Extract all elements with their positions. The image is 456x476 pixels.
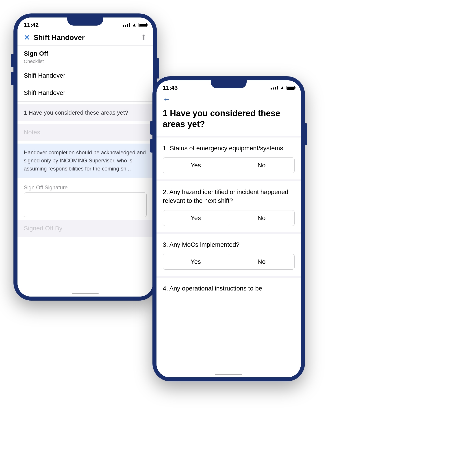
volume-down-button-2[interactable] bbox=[150, 139, 152, 153]
question-text-4: 4. Any operational instructions to be bbox=[163, 284, 295, 293]
status-icons-1: ▲ bbox=[123, 22, 147, 28]
battery-icon-1 bbox=[139, 23, 147, 27]
notes-field[interactable]: Notes bbox=[17, 124, 153, 141]
no-button-2[interactable]: No bbox=[229, 210, 295, 226]
checklist-sublabel: Checklist bbox=[17, 59, 153, 67]
notch-1 bbox=[67, 17, 103, 26]
volume-down-button[interactable] bbox=[11, 72, 13, 85]
bar3-p2 bbox=[275, 87, 276, 90]
list-item-2[interactable]: Shift Handover bbox=[17, 84, 153, 102]
battery-fill-1 bbox=[140, 24, 146, 26]
bar2-p2 bbox=[273, 87, 274, 90]
battery-fill-2 bbox=[287, 87, 294, 89]
signal-icon-1 bbox=[123, 23, 130, 27]
divider-2 bbox=[157, 232, 301, 234]
close-button[interactable]: ✕ bbox=[24, 34, 30, 41]
bar4-p2 bbox=[277, 86, 278, 90]
back-button[interactable]: ← bbox=[163, 94, 171, 104]
power-button[interactable] bbox=[157, 58, 159, 78]
phone-1-screen: 11:42 ▲ ✕ Shift Handover bbox=[17, 17, 153, 297]
signal-icon-2 bbox=[271, 86, 278, 90]
home-indicator-2 bbox=[215, 374, 242, 375]
no-button-3[interactable]: No bbox=[229, 254, 295, 270]
home-indicator-1 bbox=[72, 293, 99, 294]
phone-2-screen: 11:43 ▲ ← 1 Have you considered bbox=[157, 80, 301, 377]
yes-button-1[interactable]: Yes bbox=[163, 157, 229, 173]
yn-row-3: Yes No bbox=[163, 254, 295, 270]
phone-1: 11:42 ▲ ✕ Shift Handover bbox=[13, 13, 157, 301]
bar2 bbox=[125, 25, 126, 27]
phone-1-content: ✕ Shift Handover ⬆ Sign Off Checklist Sh… bbox=[17, 29, 153, 297]
phone-2-content: ← 1 Have you considered these areas yet?… bbox=[157, 92, 301, 377]
wifi-icon-1: ▲ bbox=[132, 22, 137, 28]
question-text-1: 1. Status of emergency equipment/systems bbox=[163, 144, 295, 153]
p2-page-title: 1 Have you considered these areas yet? bbox=[157, 105, 301, 136]
status-icons-2: ▲ bbox=[271, 85, 295, 91]
yes-button-2[interactable]: Yes bbox=[163, 210, 229, 226]
signed-off-by-field[interactable]: Signed Off By bbox=[17, 220, 153, 237]
yn-row-2: Yes No bbox=[163, 210, 295, 226]
question-block-2: 2. Any hazard identified or incident hap… bbox=[157, 181, 301, 226]
no-button-1[interactable]: No bbox=[229, 157, 295, 173]
bar3 bbox=[127, 24, 128, 27]
bar1 bbox=[123, 25, 124, 27]
question-block-4: 4. Any operational instructions to be bbox=[157, 278, 301, 293]
info-box: Handover completion should be acknowledg… bbox=[17, 144, 153, 178]
notch-2 bbox=[211, 80, 247, 88]
yes-button-3[interactable]: Yes bbox=[163, 254, 229, 270]
status-time-2: 11:43 bbox=[163, 84, 178, 91]
divider-0 bbox=[157, 136, 301, 137]
list-item-1[interactable]: Shift Handover bbox=[17, 67, 153, 84]
power-button-2[interactable] bbox=[305, 123, 307, 145]
p1-title: Shift Handover bbox=[34, 34, 85, 42]
signature-box[interactable] bbox=[24, 192, 147, 217]
volume-up-button[interactable] bbox=[11, 54, 13, 67]
question-text-2: 2. Any hazard identified or incident hap… bbox=[163, 187, 295, 205]
battery-icon-2 bbox=[287, 86, 295, 90]
divider-1 bbox=[157, 179, 301, 181]
yn-row-1: Yes No bbox=[163, 157, 295, 173]
question-block-1: 1. Status of emergency equipment/systems… bbox=[157, 137, 301, 173]
p2-nav-header: ← bbox=[157, 92, 301, 105]
signature-label: Sign Off Signature bbox=[17, 180, 153, 192]
question-text-3: 3. Any MoCs implemented? bbox=[163, 240, 295, 249]
phone-2: 11:43 ▲ ← 1 Have you considered bbox=[152, 76, 305, 381]
question-block-3: 3. Any MoCs implemented? Yes No bbox=[157, 234, 301, 270]
wifi-icon-2: ▲ bbox=[280, 85, 285, 91]
p1-header: ✕ Shift Handover ⬆ bbox=[17, 29, 153, 46]
volume-up-button-2[interactable] bbox=[150, 121, 152, 135]
divider-3 bbox=[157, 276, 301, 278]
question-item[interactable]: 1 Have you considered these areas yet? bbox=[17, 104, 153, 121]
bar1-p2 bbox=[271, 88, 272, 90]
signoff-label: Sign Off bbox=[17, 46, 153, 59]
p1-header-left: ✕ Shift Handover bbox=[24, 34, 85, 42]
cloud-upload-icon[interactable]: ⬆ bbox=[141, 33, 147, 42]
bar4 bbox=[129, 23, 130, 27]
status-time-1: 11:42 bbox=[24, 22, 39, 28]
